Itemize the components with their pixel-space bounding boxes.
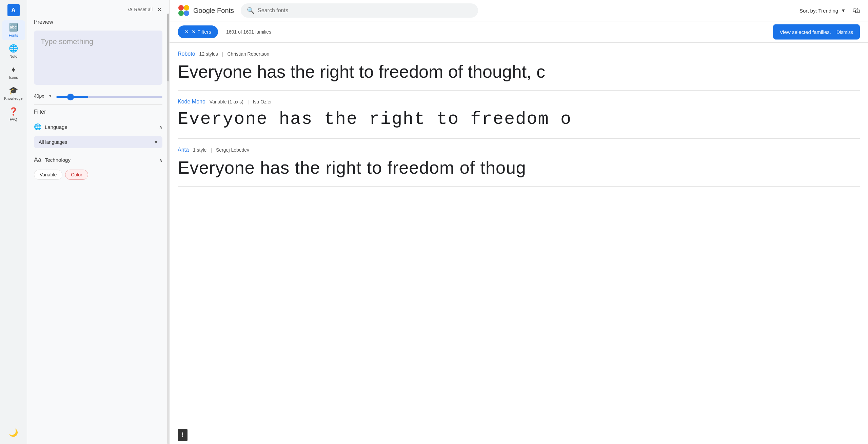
search-icon: 🔍	[247, 7, 254, 14]
sidebar-panel: ↺ Reset all ✕ Preview Type something 40p…	[27, 0, 170, 444]
font-styles-roboto: 12 styles	[199, 51, 218, 57]
sidebar-item-icons[interactable]: ♦ Icons	[2, 62, 25, 82]
fonts-nav-label: Fonts	[9, 33, 18, 37]
toast-notification: View selected families. Dismiss	[773, 24, 860, 40]
technology-filter-title: Aa Technology	[34, 156, 71, 163]
feedback-button[interactable]: !	[178, 429, 188, 441]
language-chevron-up-icon: ∧	[159, 124, 162, 130]
google-fonts-logo[interactable]: Google Fonts	[178, 4, 234, 17]
technology-icon: Aa	[34, 156, 41, 163]
faq-icon: ❓	[9, 107, 18, 116]
font-card-roboto: Roboto 12 styles | Christian Robertson E…	[178, 43, 860, 91]
font-separator-anta: |	[211, 147, 212, 153]
close-sidebar-button[interactable]: ✕	[157, 5, 162, 14]
font-list: Roboto 12 styles | Christian Robertson E…	[170, 43, 868, 426]
sidebar-header: ↺ Reset all ✕	[27, 0, 169, 16]
filter-label: Filter	[27, 105, 169, 118]
font-preview-kode-mono[interactable]: Everyone has the right to freedom o	[178, 109, 860, 130]
technology-chips: Variable Color	[34, 170, 162, 180]
font-meta-anta: Anta 1 style | Sergej Lebedev	[178, 147, 860, 153]
preview-label: Preview	[27, 16, 169, 28]
toast-message: View selected families.	[780, 29, 831, 35]
reset-all-button[interactable]: ↺ Reset all	[128, 6, 153, 13]
language-dropdown-wrapper: All languages ▼	[34, 136, 162, 148]
sort-button[interactable]: Sort by: Trending ▼	[800, 8, 846, 14]
sidebar-item-faq[interactable]: ❓ FAQ	[2, 104, 25, 124]
technology-filter-header[interactable]: Aa Technology ∧	[34, 154, 162, 166]
filters-x-icon: ✕	[184, 29, 189, 35]
technology-filter-section: Aa Technology ∧ Variable Color	[27, 151, 169, 182]
font-preview-roboto[interactable]: Everyone has the right to freedom of tho…	[178, 61, 860, 82]
bottom-bar: !	[170, 426, 868, 444]
svg-point-3	[184, 11, 189, 16]
preview-placeholder-text: Type something	[41, 37, 93, 46]
google-fonts-logo-icon	[178, 4, 190, 17]
icons-nav-label: Icons	[9, 75, 18, 79]
font-name-anta[interactable]: Anta	[178, 147, 189, 153]
results-count: 1601 of 1601 families	[226, 29, 271, 35]
cart-button[interactable]: 🛍	[852, 6, 860, 15]
fonts-icon: 🔤	[9, 23, 18, 32]
font-size-slider[interactable]	[56, 96, 162, 98]
preview-box[interactable]: Type something	[34, 31, 162, 85]
font-meta-roboto: Roboto 12 styles | Christian Robertson	[178, 51, 860, 57]
filters-button[interactable]: ✕ ✕ Filters	[178, 25, 218, 38]
chip-color[interactable]: Color	[65, 170, 88, 180]
font-name-roboto[interactable]: Roboto	[178, 51, 195, 57]
search-bar: 🔍	[241, 3, 478, 18]
search-input[interactable]	[258, 7, 472, 14]
svg-point-0	[178, 5, 184, 11]
svg-point-1	[184, 5, 189, 11]
font-card-anta: Anta 1 style | Sergej Lebedev Everyone h…	[178, 139, 860, 187]
sidebar-item-noto[interactable]: 🌐 Noto	[2, 41, 25, 61]
language-icon: 🌐	[34, 123, 41, 131]
font-size-slider-container	[56, 93, 162, 99]
svg-point-2	[178, 11, 184, 16]
filters-row: ✕ ✕ Filters 1601 of 1601 families About …	[170, 21, 868, 43]
knowledge-icon: 🎓	[9, 86, 18, 95]
font-separator-roboto: |	[222, 51, 223, 57]
technology-chevron-up-icon: ∧	[159, 157, 162, 163]
font-size-dropdown-arrow[interactable]: ▼	[48, 94, 52, 98]
font-preview-anta[interactable]: Everyone has the right to freedom of tho…	[178, 157, 860, 178]
font-separator-kode-mono: |	[248, 99, 249, 104]
faq-nav-label: FAQ	[9, 117, 17, 121]
language-filter-header[interactable]: 🌐 Language ∧	[34, 120, 162, 133]
font-styles-kode-mono: Variable (1 axis)	[210, 99, 243, 104]
font-card-kode-mono: Kode Mono Variable (1 axis) | Isa Ozler …	[178, 91, 860, 138]
language-filter-title: 🌐 Language	[34, 123, 67, 131]
knowledge-nav-label: Knowledge	[4, 96, 22, 100]
font-styles-anta: 1 style	[193, 147, 206, 153]
sidebar-item-knowledge[interactable]: 🎓 Knowledge	[2, 83, 25, 103]
font-size-row: 40px ▼	[27, 88, 169, 104]
font-name-kode-mono[interactable]: Kode Mono	[178, 99, 205, 105]
noto-icon: 🌐	[9, 44, 18, 53]
dark-mode-toggle[interactable]: 🌙	[6, 426, 21, 440]
font-author-anta: Sergej Lebedev	[216, 147, 249, 153]
main-content: Google Fonts 🔍 Sort by: Trending ▼ 🛍 ✕ ✕…	[170, 0, 868, 444]
sidebar-scroll-indicator	[167, 14, 169, 444]
icons-icon: ♦	[12, 65, 15, 74]
font-author-kode-mono: Isa Ozler	[253, 99, 272, 104]
toast-dismiss-button[interactable]: Dismiss	[836, 29, 853, 35]
left-nav: A 🔤 Fonts 🌐 Noto ♦ Icons 🎓 Knowledge ❓ F…	[0, 0, 27, 444]
google-fonts-title: Google Fonts	[193, 7, 234, 15]
sort-dropdown-arrow-icon: ▼	[841, 8, 846, 13]
font-meta-kode-mono: Kode Mono Variable (1 axis) | Isa Ozler	[178, 99, 860, 105]
topbar: Google Fonts 🔍 Sort by: Trending ▼ 🛍	[170, 0, 868, 21]
font-author-roboto: Christian Robertson	[227, 51, 269, 57]
language-select[interactable]: All languages	[34, 136, 162, 148]
font-size-value: 40px	[34, 93, 44, 99]
chip-variable[interactable]: Variable	[34, 170, 62, 180]
language-filter-section: 🌐 Language ∧ All languages ▼	[27, 118, 169, 151]
sidebar-item-fonts[interactable]: 🔤 Fonts	[2, 20, 25, 40]
filters-label: ✕ Filters	[192, 29, 211, 35]
reset-icon: ↺	[128, 6, 132, 13]
sort-label: Sort by: Trending	[800, 8, 838, 14]
avatar[interactable]: A	[7, 4, 20, 16]
noto-nav-label: Noto	[9, 54, 17, 58]
